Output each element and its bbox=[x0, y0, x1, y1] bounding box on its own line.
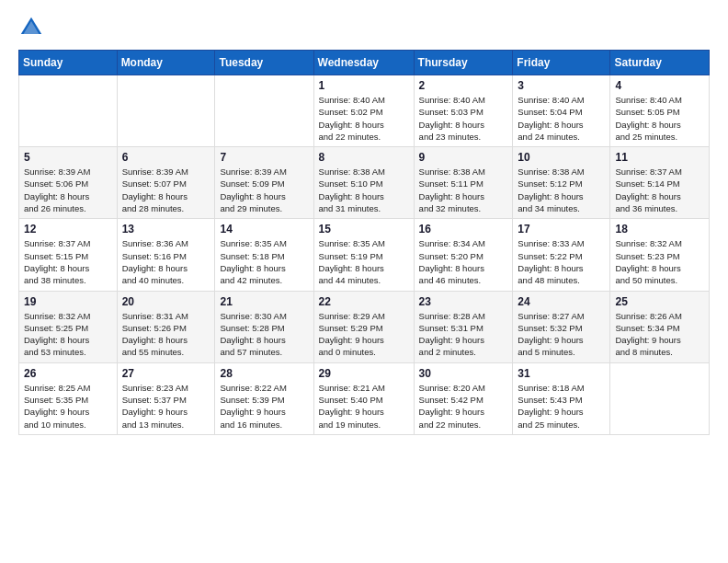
day-info: Sunrise: 8:39 AM Sunset: 5:07 PM Dayligh… bbox=[122, 166, 210, 214]
day-cell: 24Sunrise: 8:27 AM Sunset: 5:32 PM Dayli… bbox=[513, 291, 610, 362]
day-cell: 9Sunrise: 8:38 AM Sunset: 5:11 PM Daylig… bbox=[414, 147, 513, 219]
day-cell: 27Sunrise: 8:23 AM Sunset: 5:37 PM Dayli… bbox=[117, 362, 215, 434]
day-cell: 16Sunrise: 8:34 AM Sunset: 5:20 PM Dayli… bbox=[414, 219, 513, 291]
day-number: 28 bbox=[220, 367, 308, 380]
day-cell: 18Sunrise: 8:32 AM Sunset: 5:23 PM Dayli… bbox=[610, 219, 710, 291]
week-row-4: 19Sunrise: 8:32 AM Sunset: 5:25 PM Dayli… bbox=[19, 291, 710, 362]
day-number: 15 bbox=[319, 223, 409, 236]
day-cell: 31Sunrise: 8:18 AM Sunset: 5:43 PM Dayli… bbox=[513, 362, 610, 434]
day-number: 5 bbox=[24, 151, 112, 164]
day-info: Sunrise: 8:28 AM Sunset: 5:31 PM Dayligh… bbox=[419, 310, 508, 359]
day-number: 31 bbox=[518, 367, 605, 380]
day-info: Sunrise: 8:34 AM Sunset: 5:20 PM Dayligh… bbox=[419, 237, 508, 286]
day-cell: 2Sunrise: 8:40 AM Sunset: 5:03 PM Daylig… bbox=[414, 75, 513, 147]
day-number: 14 bbox=[220, 223, 308, 236]
day-cell: 22Sunrise: 8:29 AM Sunset: 5:29 PM Dayli… bbox=[313, 291, 414, 362]
day-number: 11 bbox=[615, 151, 704, 164]
day-number: 26 bbox=[24, 367, 112, 380]
day-cell: 5Sunrise: 8:39 AM Sunset: 5:06 PM Daylig… bbox=[19, 147, 118, 219]
day-info: Sunrise: 8:37 AM Sunset: 5:14 PM Dayligh… bbox=[615, 166, 704, 214]
day-info: Sunrise: 8:35 AM Sunset: 5:19 PM Dayligh… bbox=[319, 237, 409, 286]
day-number: 21 bbox=[220, 295, 308, 308]
day-info: Sunrise: 8:38 AM Sunset: 5:11 PM Dayligh… bbox=[419, 166, 508, 214]
day-info: Sunrise: 8:37 AM Sunset: 5:15 PM Dayligh… bbox=[24, 237, 112, 286]
day-info: Sunrise: 8:40 AM Sunset: 5:04 PM Dayligh… bbox=[518, 94, 605, 143]
day-cell: 21Sunrise: 8:30 AM Sunset: 5:28 PM Dayli… bbox=[215, 291, 313, 362]
day-cell bbox=[610, 362, 710, 434]
weekday-header-monday: Monday bbox=[117, 51, 215, 75]
week-row-2: 5Sunrise: 8:39 AM Sunset: 5:06 PM Daylig… bbox=[19, 147, 710, 219]
day-cell: 19Sunrise: 8:32 AM Sunset: 5:25 PM Dayli… bbox=[19, 291, 118, 362]
day-info: Sunrise: 8:35 AM Sunset: 5:18 PM Dayligh… bbox=[220, 237, 308, 286]
weekday-header-tuesday: Tuesday bbox=[215, 51, 313, 75]
day-number: 19 bbox=[24, 295, 112, 308]
day-cell: 25Sunrise: 8:26 AM Sunset: 5:34 PM Dayli… bbox=[610, 291, 710, 362]
day-number: 20 bbox=[122, 295, 210, 308]
day-number: 25 bbox=[615, 295, 704, 308]
day-cell bbox=[215, 75, 313, 147]
day-info: Sunrise: 8:33 AM Sunset: 5:22 PM Dayligh… bbox=[518, 237, 605, 286]
week-row-1: 1Sunrise: 8:40 AM Sunset: 5:02 PM Daylig… bbox=[19, 75, 710, 147]
logo bbox=[18, 15, 48, 40]
day-cell bbox=[19, 75, 118, 147]
day-cell: 20Sunrise: 8:31 AM Sunset: 5:26 PM Dayli… bbox=[117, 291, 215, 362]
day-number: 10 bbox=[518, 151, 605, 164]
day-info: Sunrise: 8:22 AM Sunset: 5:39 PM Dayligh… bbox=[220, 382, 308, 431]
day-info: Sunrise: 8:18 AM Sunset: 5:43 PM Dayligh… bbox=[518, 382, 605, 431]
header bbox=[18, 15, 710, 40]
weekday-header-wednesday: Wednesday bbox=[313, 51, 414, 75]
weekday-header-thursday: Thursday bbox=[414, 51, 513, 75]
weekday-header-sunday: Sunday bbox=[19, 51, 118, 75]
calendar: SundayMondayTuesdayWednesdayThursdayFrid… bbox=[18, 50, 710, 435]
day-cell bbox=[117, 75, 215, 147]
day-cell: 7Sunrise: 8:39 AM Sunset: 5:09 PM Daylig… bbox=[215, 147, 313, 219]
day-number: 22 bbox=[319, 295, 409, 308]
day-info: Sunrise: 8:26 AM Sunset: 5:34 PM Dayligh… bbox=[615, 310, 704, 359]
day-info: Sunrise: 8:21 AM Sunset: 5:40 PM Dayligh… bbox=[319, 382, 409, 431]
day-number: 9 bbox=[419, 151, 508, 164]
day-cell: 8Sunrise: 8:38 AM Sunset: 5:10 PM Daylig… bbox=[313, 147, 414, 219]
day-number: 7 bbox=[220, 151, 308, 164]
day-info: Sunrise: 8:36 AM Sunset: 5:16 PM Dayligh… bbox=[122, 237, 210, 286]
day-number: 12 bbox=[24, 223, 112, 236]
day-number: 16 bbox=[419, 223, 508, 236]
day-cell: 15Sunrise: 8:35 AM Sunset: 5:19 PM Dayli… bbox=[313, 219, 414, 291]
day-info: Sunrise: 8:39 AM Sunset: 5:09 PM Dayligh… bbox=[220, 166, 308, 214]
day-cell: 23Sunrise: 8:28 AM Sunset: 5:31 PM Dayli… bbox=[414, 291, 513, 362]
day-cell: 11Sunrise: 8:37 AM Sunset: 5:14 PM Dayli… bbox=[610, 147, 710, 219]
day-info: Sunrise: 8:40 AM Sunset: 5:02 PM Dayligh… bbox=[319, 94, 409, 143]
week-row-5: 26Sunrise: 8:25 AM Sunset: 5:35 PM Dayli… bbox=[19, 362, 710, 434]
day-cell: 6Sunrise: 8:39 AM Sunset: 5:07 PM Daylig… bbox=[117, 147, 215, 219]
day-cell: 4Sunrise: 8:40 AM Sunset: 5:05 PM Daylig… bbox=[610, 75, 710, 147]
day-number: 8 bbox=[319, 151, 409, 164]
day-info: Sunrise: 8:40 AM Sunset: 5:05 PM Dayligh… bbox=[615, 94, 704, 143]
day-number: 2 bbox=[419, 79, 508, 92]
day-info: Sunrise: 8:25 AM Sunset: 5:35 PM Dayligh… bbox=[24, 382, 112, 431]
day-cell: 10Sunrise: 8:38 AM Sunset: 5:12 PM Dayli… bbox=[513, 147, 610, 219]
day-cell: 12Sunrise: 8:37 AM Sunset: 5:15 PM Dayli… bbox=[19, 219, 118, 291]
day-cell: 13Sunrise: 8:36 AM Sunset: 5:16 PM Dayli… bbox=[117, 219, 215, 291]
day-info: Sunrise: 8:27 AM Sunset: 5:32 PM Dayligh… bbox=[518, 310, 605, 359]
day-info: Sunrise: 8:20 AM Sunset: 5:42 PM Dayligh… bbox=[419, 382, 508, 431]
page: SundayMondayTuesdayWednesdayThursdayFrid… bbox=[0, 0, 728, 450]
day-info: Sunrise: 8:30 AM Sunset: 5:28 PM Dayligh… bbox=[220, 310, 308, 359]
weekday-header-friday: Friday bbox=[513, 51, 610, 75]
day-cell: 14Sunrise: 8:35 AM Sunset: 5:18 PM Dayli… bbox=[215, 219, 313, 291]
day-number: 18 bbox=[615, 223, 704, 236]
day-number: 24 bbox=[518, 295, 605, 308]
day-number: 3 bbox=[518, 79, 605, 92]
day-cell: 17Sunrise: 8:33 AM Sunset: 5:22 PM Dayli… bbox=[513, 219, 610, 291]
day-info: Sunrise: 8:39 AM Sunset: 5:06 PM Dayligh… bbox=[24, 166, 112, 214]
day-number: 29 bbox=[319, 367, 409, 380]
day-number: 30 bbox=[419, 367, 508, 380]
weekday-header-row: SundayMondayTuesdayWednesdayThursdayFrid… bbox=[19, 51, 710, 75]
day-number: 6 bbox=[122, 151, 210, 164]
day-info: Sunrise: 8:31 AM Sunset: 5:26 PM Dayligh… bbox=[122, 310, 210, 359]
day-number: 23 bbox=[419, 295, 508, 308]
day-number: 4 bbox=[615, 79, 704, 92]
week-row-3: 12Sunrise: 8:37 AM Sunset: 5:15 PM Dayli… bbox=[19, 219, 710, 291]
logo-icon bbox=[18, 15, 44, 40]
day-number: 17 bbox=[518, 223, 605, 236]
day-info: Sunrise: 8:32 AM Sunset: 5:23 PM Dayligh… bbox=[615, 237, 704, 286]
day-info: Sunrise: 8:38 AM Sunset: 5:10 PM Dayligh… bbox=[319, 166, 409, 214]
